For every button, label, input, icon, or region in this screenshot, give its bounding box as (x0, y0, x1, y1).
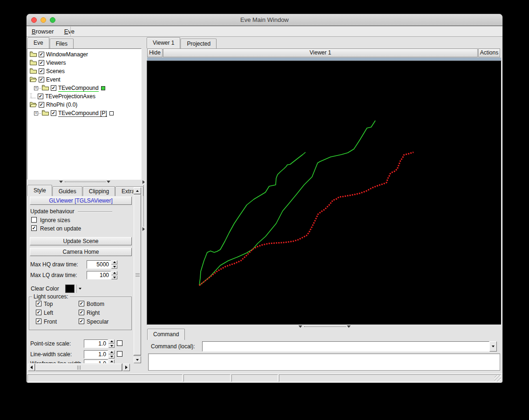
reset-on-update-checkbox[interactable]: ✓ (31, 225, 37, 231)
viewer-title-bar[interactable]: Viewer 1 (163, 48, 478, 57)
clear-color-swatch[interactable] (65, 285, 75, 293)
tree-item-label: Event (46, 76, 61, 83)
tab-projected[interactable]: Projected (181, 39, 217, 48)
tree-item-event[interactable]: ✓Event (27, 75, 141, 84)
command-input[interactable] (202, 341, 489, 352)
tree-item-windowmanager[interactable]: ✓WindowManager (27, 50, 141, 59)
menu-browser[interactable]: Browser (27, 27, 59, 36)
light-top-checkbox[interactable]: ✓ (36, 301, 41, 306)
point-size-stepper[interactable] (109, 339, 115, 348)
menu-eve[interactable]: Eve (59, 27, 80, 36)
rendered-state-icon[interactable] (101, 86, 105, 90)
tree-checkbox[interactable]: ✓ (39, 60, 44, 66)
resize-grip[interactable] (495, 375, 501, 381)
tree-checkbox[interactable]: ✓ (39, 102, 44, 108)
status-bar (27, 373, 502, 382)
spin-up-icon[interactable] (109, 339, 115, 344)
scroll-down-button[interactable] (134, 356, 141, 363)
ignore-sizes-checkbox[interactable] (31, 217, 37, 223)
line-width-checkbox[interactable] (117, 351, 122, 357)
glviewer-button[interactable]: GLViewer [TGLSAViewer] (30, 196, 132, 205)
rendered-state-icon[interactable] (109, 111, 114, 115)
max-hq-stepper[interactable] (111, 260, 117, 269)
actions-button[interactable]: Actions (478, 48, 500, 57)
tree-checkbox[interactable]: ✓ (39, 77, 44, 82)
close-button[interactable] (31, 17, 37, 23)
splitter-arrow-icon[interactable] (59, 181, 63, 183)
light-bottom-checkbox[interactable]: ✓ (79, 301, 84, 306)
tree-connector (39, 88, 41, 88)
tree-item-rhophi-0-0[interactable]: ✓RhoPhi (0.0) (27, 101, 141, 109)
tree-checkbox[interactable]: ✓ (51, 85, 56, 91)
line-width-input[interactable]: 1.0 (84, 350, 108, 359)
tab-eve[interactable]: Eve (27, 37, 49, 48)
tree-item-label: Scenes (46, 68, 65, 75)
clear-color-label: Clear Color (31, 285, 59, 292)
minimize-button[interactable] (41, 17, 46, 23)
light-front-checkbox[interactable]: ✓ (36, 318, 41, 324)
tree-checkbox[interactable]: ✓ (51, 110, 56, 116)
vsplitter-arrow-icon[interactable] (142, 180, 145, 184)
tab-files[interactable]: Files (50, 39, 74, 48)
gl-canvas[interactable] (147, 61, 502, 325)
title-bar[interactable]: Eve Main Window (27, 14, 502, 26)
tab-guides[interactable]: Guides (53, 186, 82, 196)
bsplitter-arrow-icon[interactable] (298, 325, 302, 328)
bsplitter-handle[interactable] (304, 326, 346, 327)
spin-down-icon[interactable] (111, 276, 117, 280)
spin-down-icon[interactable] (111, 265, 117, 269)
zoom-button[interactable] (50, 17, 55, 23)
light-specular-checkbox[interactable]: ✓ (79, 318, 84, 324)
light-left-checkbox[interactable]: ✓ (36, 310, 41, 315)
spin-up-icon[interactable] (111, 260, 117, 264)
vertical-scrollbar-thumb[interactable] (134, 195, 141, 355)
camera-home-button[interactable]: Camera Home (30, 248, 132, 256)
max-lq-input[interactable]: 100 (87, 271, 111, 279)
max-lq-stepper[interactable] (111, 271, 117, 279)
command-dropdown-button[interactable] (489, 341, 497, 352)
bsplitter-arrow-icon[interactable] (347, 325, 351, 328)
tree-checkbox[interactable]: ✓ (39, 52, 44, 57)
point-size-label: Point-size scale: (30, 340, 71, 347)
tree-item-viewers[interactable]: ✓Viewers (27, 59, 141, 67)
light-right-checkbox[interactable]: ✓ (79, 310, 84, 315)
spin-down-icon[interactable] (109, 355, 115, 359)
tree-item-tevecompound-p[interactable]: +✓TEveCompound [P] (27, 109, 141, 117)
scroll-left-button[interactable] (28, 364, 35, 371)
light-front-label: Front (44, 318, 57, 325)
tree-checkbox[interactable]: ✓ (39, 68, 44, 74)
tree-item-teveprojectionaxes[interactable]: ✓TEveProjectionAxes (27, 92, 141, 101)
window-title: Eve Main Window (27, 14, 502, 26)
splitter-handle[interactable] (65, 182, 106, 182)
color-dropdown-icon[interactable] (79, 288, 81, 290)
line-width-stepper[interactable] (109, 350, 115, 359)
green-track-right (199, 121, 375, 285)
tree-checkbox[interactable]: ✓ (38, 94, 43, 99)
tree-item-scenes[interactable]: ✓Scenes (27, 67, 141, 75)
max-hq-input[interactable]: 5000 (87, 260, 111, 269)
tree-item-tevecompound[interactable]: +✓TEveCompound (27, 84, 141, 92)
spin-up-icon[interactable] (109, 350, 115, 354)
point-size-checkbox[interactable] (117, 340, 122, 346)
horizontal-scrollbar-thumb[interactable] (35, 364, 122, 371)
tab-command[interactable]: Command (147, 329, 185, 340)
max-lq-label: Max LQ draw time: (30, 272, 77, 278)
tree-connector (39, 113, 41, 114)
command-output[interactable] (148, 353, 500, 371)
vsplitter-handle[interactable] (143, 185, 144, 226)
tab-style[interactable]: Style (27, 185, 52, 196)
command-tabbar: Command (147, 329, 185, 340)
point-size-input[interactable]: 1.0 (84, 339, 108, 348)
tab-clipping[interactable]: Clipping (83, 186, 115, 196)
scroll-up-button[interactable] (134, 187, 141, 194)
scroll-right-button[interactable] (123, 364, 130, 371)
hide-button[interactable]: Hide (147, 48, 163, 57)
tab-viewer-1[interactable]: Viewer 1 (147, 37, 180, 48)
expander-plus-icon[interactable]: + (34, 86, 38, 90)
vsplitter-arrow-icon[interactable] (142, 227, 145, 231)
splitter-arrow-icon[interactable] (107, 181, 110, 183)
expander-plus-icon[interactable]: + (34, 111, 38, 115)
spin-up-icon[interactable] (111, 271, 117, 275)
update-scene-button[interactable]: Update Scene (30, 237, 132, 245)
spin-down-icon[interactable] (109, 344, 115, 348)
